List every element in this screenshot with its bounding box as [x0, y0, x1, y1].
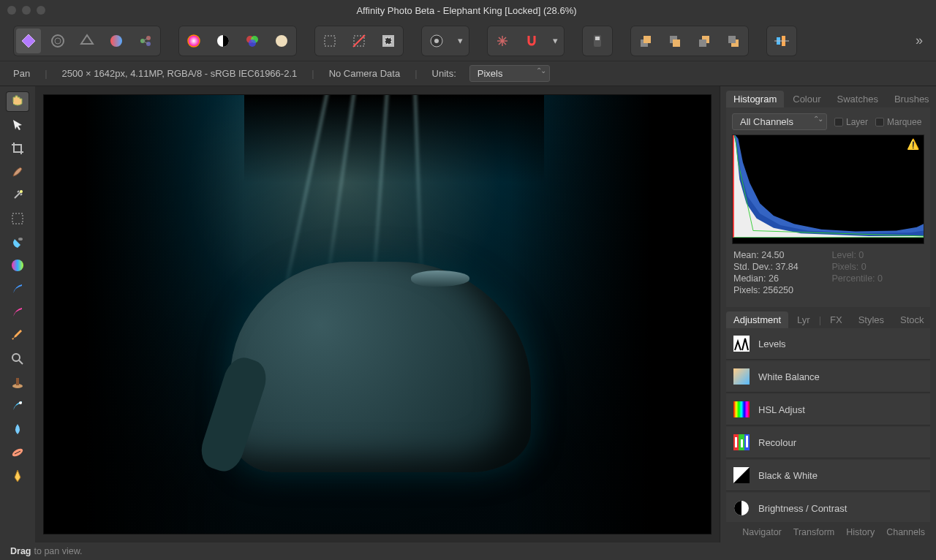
- adjustment-label: Levels: [758, 338, 786, 349]
- units-select[interactable]: Pixels: [469, 65, 550, 82]
- tab-fx[interactable]: FX: [823, 311, 850, 328]
- window-controls: [7, 6, 45, 15]
- photo-persona-button[interactable]: [16, 29, 41, 53]
- svg-point-3: [55, 38, 61, 44]
- move-to-back-icon[interactable]: [721, 29, 746, 53]
- tone-mapping-persona-button[interactable]: [104, 29, 129, 53]
- adjustment-hsl[interactable]: HSL Adjust: [726, 394, 930, 425]
- flood-fill-tool[interactable]: [7, 232, 29, 251]
- move-backward-icon[interactable]: [692, 29, 717, 53]
- svg-rect-30: [699, 39, 706, 47]
- tab-history[interactable]: History: [841, 525, 880, 540]
- svg-marker-4: [81, 35, 93, 44]
- adjustment-recolour[interactable]: Recolour: [726, 427, 930, 458]
- pencil-tool[interactable]: [7, 326, 29, 345]
- greyscale-icon[interactable]: [211, 29, 235, 53]
- svg-point-38: [18, 238, 23, 241]
- deselect-icon[interactable]: [347, 29, 371, 53]
- zoom-dot[interactable]: [37, 6, 45, 15]
- paint-brush-tool[interactable]: [7, 279, 29, 298]
- stat-level: Level: 0: [832, 250, 924, 260]
- close-dot[interactable]: [7, 6, 16, 15]
- tab-transform[interactable]: Transform: [788, 525, 840, 540]
- layer-checkbox[interactable]: Layer: [834, 117, 868, 127]
- adjustment-black-white[interactable]: Black & White: [726, 460, 930, 491]
- bottom-panel-tabs: Navigator Transform History Channels: [720, 522, 936, 542]
- gradient-tool[interactable]: [7, 256, 29, 275]
- selection-group: [314, 26, 404, 56]
- svg-rect-32: [728, 36, 736, 43]
- liquify-persona-button[interactable]: [45, 29, 70, 53]
- svg-point-36: [20, 190, 23, 193]
- tab-histogram[interactable]: Histogram: [726, 91, 784, 107]
- move-to-front-icon[interactable]: [633, 29, 658, 53]
- stat-pixels-total: Pixels: 256250: [733, 285, 825, 295]
- adjustment-label: Recolour: [758, 437, 796, 448]
- selection-brush-tool[interactable]: [7, 162, 29, 181]
- tab-colour[interactable]: Colour: [785, 91, 828, 107]
- export-persona-button[interactable]: [133, 29, 158, 53]
- dropdown-chevron-icon[interactable]: ▾: [453, 29, 467, 53]
- tab-stock[interactable]: Stock: [893, 311, 932, 328]
- blur-tool[interactable]: [7, 420, 29, 439]
- assistant-icon[interactable]: [585, 29, 610, 53]
- erase-brush-tool[interactable]: [7, 303, 29, 322]
- quick-mask-group: ▾: [421, 26, 469, 56]
- svg-point-22: [434, 39, 439, 43]
- align-icon[interactable]: [769, 29, 794, 53]
- svg-marker-0: [22, 34, 35, 48]
- histogram-display[interactable]: ⚠️: [732, 135, 924, 244]
- healing-brush-tool[interactable]: [7, 443, 29, 462]
- clone-stamp-tool[interactable]: [7, 373, 29, 392]
- crop-tool[interactable]: [7, 139, 29, 158]
- marquee-checkbox[interactable]: Marquee: [875, 117, 921, 127]
- persona-group: [13, 26, 161, 56]
- invert-selection-icon[interactable]: [376, 29, 401, 53]
- assistant-group: [582, 26, 613, 56]
- tab-channels[interactable]: Channels: [881, 525, 930, 540]
- colour-wheel-icon[interactable]: [181, 29, 206, 53]
- svg-point-5: [110, 35, 122, 47]
- tab-adjustment[interactable]: Adjustment: [726, 311, 788, 328]
- pen-tool[interactable]: [7, 466, 29, 485]
- stat-pixels: Pixels: 0: [832, 262, 924, 272]
- adjustment-brightness-contrast[interactable]: Brightness / Contrast: [726, 493, 930, 522]
- svg-rect-56: [746, 436, 748, 447]
- tab-styles[interactable]: Styles: [851, 311, 891, 328]
- adjustments-list: Levels White Balance HSL Adjust Recolour…: [726, 328, 930, 522]
- svg-point-39: [12, 260, 23, 271]
- svg-rect-16: [325, 36, 335, 46]
- tab-navigator[interactable]: Navigator: [737, 525, 787, 540]
- tools-panel: [0, 86, 35, 542]
- select-all-icon[interactable]: [317, 29, 342, 53]
- develop-persona-button[interactable]: [75, 29, 99, 53]
- snapping-icon[interactable]: [519, 29, 544, 53]
- show-grid-icon[interactable]: [490, 29, 515, 53]
- quick-mask-icon[interactable]: [424, 29, 449, 53]
- minimize-dot[interactable]: [22, 6, 31, 15]
- view-tool[interactable]: [7, 92, 29, 111]
- move-forward-icon[interactable]: [663, 29, 687, 53]
- stat-stddev: Std. Dev.: 37.84: [733, 262, 825, 272]
- move-tool[interactable]: [7, 116, 29, 135]
- document-info: 2500 × 1642px, 4.11MP, RGBA/8 - sRGB IEC…: [62, 68, 298, 79]
- dropdown-chevron-icon[interactable]: ▾: [548, 29, 562, 53]
- tab-brushes[interactable]: Brushes: [887, 91, 936, 107]
- adjustment-levels[interactable]: Levels: [726, 328, 930, 360]
- histogram-panel: All Channels Layer Marquee ⚠️ Mean: 24.5…: [726, 107, 930, 307]
- flood-select-tool[interactable]: [7, 186, 29, 205]
- soft-proof-icon[interactable]: [269, 29, 294, 53]
- zoom-tool[interactable]: [7, 349, 29, 368]
- snapping-group: ▾: [487, 26, 565, 56]
- marquee-tool[interactable]: [7, 209, 29, 228]
- adjustment-white-balance[interactable]: White Balance: [726, 361, 930, 393]
- inpainting-brush-tool[interactable]: [7, 396, 29, 415]
- tab-layers[interactable]: Lyr: [790, 311, 818, 328]
- toolbar-overflow-icon[interactable]: »: [916, 33, 923, 48]
- rgb-icon[interactable]: [240, 29, 265, 53]
- svg-rect-55: [741, 439, 743, 447]
- tab-swatches[interactable]: Swatches: [830, 91, 886, 107]
- channel-select[interactable]: All Channels: [732, 113, 827, 130]
- svg-rect-20: [385, 38, 391, 44]
- document-canvas[interactable]: [44, 95, 711, 534]
